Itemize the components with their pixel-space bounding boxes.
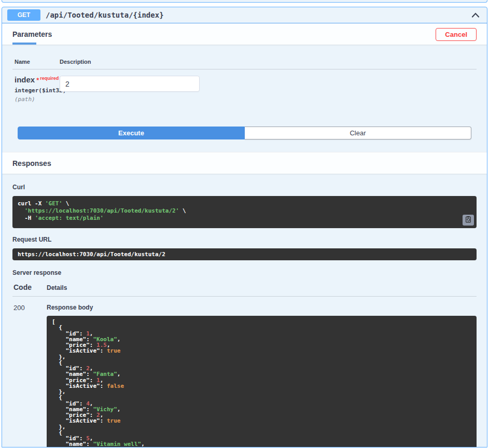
endpoint-block: GET /api/Tooted/kustuta/{index} Paramete… [2, 7, 487, 447]
previous-endpoint-block-edge [2, 0, 487, 3]
parameter-location: (path) [15, 96, 60, 103]
parameters-table-headers: Name Description [12, 59, 477, 69]
details-column-header: Details [47, 284, 67, 291]
execute-row: Execute Clear [18, 127, 471, 139]
parameters-body: Name Description index*required integer(… [2, 59, 487, 139]
copy-curl-button[interactable] [463, 215, 474, 226]
curl-label: Curl [12, 184, 25, 191]
code-column-header: Code [12, 283, 47, 291]
page: GET /api/Tooted/kustuta/{index} Paramete… [0, 0, 489, 447]
name-column-header: Name [12, 59, 60, 65]
response-details-column: Response body [ { "id": 1, "name": "Kool… [47, 304, 477, 447]
response-body-block: [ { "id": 1, "name": "Koola", "price": 1… [47, 316, 477, 447]
request-url-block: https://localhost:7030/api/Tooted/kustut… [12, 248, 477, 260]
parameters-tab-underline [12, 43, 36, 45]
clipboard-copy-icon [465, 216, 472, 225]
responses-title: Responses [12, 159, 51, 167]
server-response-label: Server response [12, 269, 477, 276]
request-url-value: https://localhost:7030/api/Tooted/kustut… [18, 251, 471, 257]
tab-parameters[interactable]: Parameters [12, 24, 52, 45]
parameter-type: integer($int32) [15, 87, 60, 94]
clear-button[interactable]: Clear [245, 127, 471, 139]
parameter-description-column [60, 75, 200, 103]
index-parameter-input[interactable] [60, 76, 200, 92]
curl-code: curl -X 'GET' \ 'https://localhost:7030/… [18, 200, 471, 222]
http-method-badge: GET [7, 9, 40, 21]
required-star: * [36, 76, 39, 84]
cancel-button[interactable]: Cancel [436, 28, 477, 41]
request-url-label: Request URL [12, 236, 477, 243]
required-label: required [40, 76, 59, 81]
response-table-headers: Code Details [12, 283, 477, 297]
parameter-name-column: index*required integer($int32) (path) [12, 75, 60, 103]
parameters-tab-label: Parameters [12, 30, 52, 38]
endpoint-summary-header[interactable]: GET /api/Tooted/kustuta/{index} [2, 7, 487, 23]
chevron-up-icon [471, 11, 480, 19]
endpoint-path: /api/Tooted/kustuta/{index} [46, 11, 164, 19]
parameter-name: index*required [15, 75, 60, 84]
parameters-section-header: Parameters Cancel [2, 23, 487, 45]
response-body-code: [ { "id": 1, "name": "Koola", "price": 1… [52, 319, 471, 447]
execute-button[interactable]: Execute [18, 127, 245, 139]
responses-body: Curl curl -X 'GET' \ 'https://localhost:… [2, 174, 487, 447]
parameter-row: index*required integer($int32) (path) [12, 75, 477, 103]
response-body-label: Response body [47, 304, 477, 311]
curl-block: curl -X 'GET' \ 'https://localhost:7030/… [12, 196, 477, 228]
description-column-header: Description [60, 59, 91, 65]
response-row: 200 Response body [ { "id": 1, "name": "… [12, 304, 477, 447]
collapse-button[interactable] [469, 9, 482, 21]
status-code: 200 [12, 304, 47, 447]
responses-section-header: Responses [2, 152, 487, 174]
